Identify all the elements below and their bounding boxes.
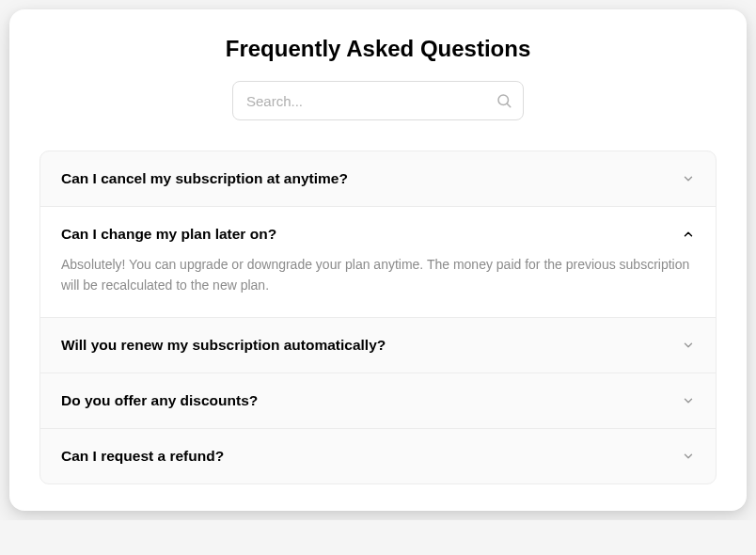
- faq-toggle[interactable]: Will you renew my subscription automatic…: [40, 318, 716, 373]
- search-container: [39, 81, 717, 120]
- chevron-down-icon: [682, 172, 695, 185]
- chevron-down-icon: [682, 339, 695, 352]
- faq-item: Do you offer any discounts?: [40, 373, 716, 429]
- faq-question: Do you offer any discounts?: [61, 392, 258, 409]
- chevron-down-icon: [682, 450, 695, 463]
- faq-item: Can I change my plan later on? Absolutel…: [40, 207, 716, 318]
- faq-accordion: Can I cancel my subscription at anytime?…: [39, 151, 717, 484]
- faq-question: Can I cancel my subscription at anytime?: [61, 170, 348, 187]
- chevron-up-icon: [682, 228, 695, 241]
- faq-item: Can I cancel my subscription at anytime?: [40, 151, 716, 207]
- faq-card: Frequently Asked Questions Can I cancel …: [9, 9, 747, 511]
- faq-toggle[interactable]: Can I cancel my subscription at anytime?: [40, 151, 716, 206]
- faq-toggle[interactable]: Can I change my plan later on?: [40, 207, 716, 254]
- faq-question: Can I request a refund?: [61, 448, 224, 465]
- faq-item: Will you renew my subscription automatic…: [40, 318, 716, 373]
- faq-question: Can I change my plan later on?: [61, 226, 276, 243]
- faq-item: Can I request a refund?: [40, 429, 716, 484]
- search-input[interactable]: [232, 81, 524, 120]
- search-box: [232, 81, 524, 120]
- faq-toggle[interactable]: Can I request a refund?: [40, 429, 716, 484]
- faq-answer: Absolutely! You can upgrade or downgrade…: [40, 254, 716, 317]
- faq-toggle[interactable]: Do you offer any discounts?: [40, 373, 716, 428]
- faq-question: Will you renew my subscription automatic…: [61, 337, 386, 354]
- page-title: Frequently Asked Questions: [39, 36, 717, 62]
- chevron-down-icon: [682, 394, 695, 407]
